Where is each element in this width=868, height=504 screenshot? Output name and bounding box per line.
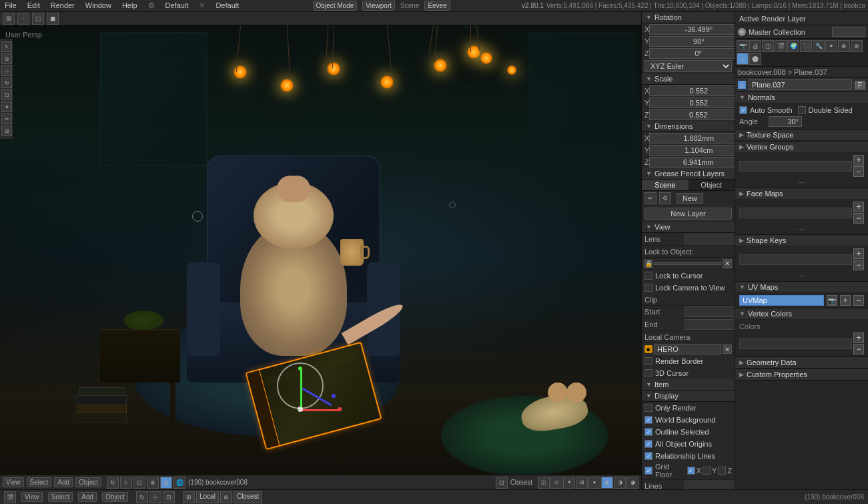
tool-select[interactable]: ↖ xyxy=(1,41,12,52)
outline-cb[interactable] xyxy=(644,428,653,436)
prop-viewlayer-icon[interactable]: ◫ xyxy=(762,40,774,52)
sk-remove-btn[interactable]: − xyxy=(853,260,864,270)
grid-y-cb[interactable] xyxy=(703,467,711,475)
add-menu[interactable]: Add xyxy=(54,477,73,487)
workspace-label[interactable]: Default xyxy=(163,1,191,10)
snap-icon[interactable]: ⊡ xyxy=(496,477,508,489)
sk-add-btn[interactable]: + xyxy=(853,248,864,259)
engine-selector[interactable]: Eevee xyxy=(424,1,450,11)
prop-render-icon[interactable]: 📷 xyxy=(737,40,749,52)
tab-object[interactable]: Object xyxy=(689,180,735,190)
scale-bottom[interactable]: ⊡ xyxy=(163,491,175,503)
relationship-cb[interactable] xyxy=(644,452,653,460)
prop-world-icon[interactable]: 🌍 xyxy=(787,40,799,52)
rotate-bottom[interactable]: ↻ xyxy=(136,491,148,503)
vg-remove-btn[interactable]: − xyxy=(853,166,864,177)
scene-label[interactable]: Default xyxy=(213,1,241,10)
shade-solid[interactable]: ● xyxy=(588,477,600,489)
scale-x-input[interactable] xyxy=(649,85,735,96)
lock-obj-clear[interactable]: ✕ xyxy=(723,259,732,268)
rotation-section[interactable]: Rotation xyxy=(642,12,735,23)
tool-transform[interactable]: ✦ xyxy=(1,101,12,112)
view-selector[interactable]: Viewport xyxy=(362,1,395,11)
rot-y-input[interactable] xyxy=(649,36,735,47)
select-mode-vert[interactable]: · xyxy=(17,13,29,25)
grid-floor-cb[interactable] xyxy=(644,467,653,475)
tool-rotate[interactable]: ↻ xyxy=(1,77,12,88)
select-bottom[interactable]: Select xyxy=(48,492,73,502)
mode-selector[interactable]: Object Mode xyxy=(313,1,358,11)
fm-add-btn[interactable]: + xyxy=(853,202,864,212)
dim-x-input[interactable] xyxy=(649,133,735,144)
icon-rotate[interactable]: ↻ xyxy=(107,477,119,489)
texture-space-header[interactable]: Texture Space xyxy=(735,130,868,141)
grid-bottom[interactable]: ⊞ xyxy=(183,491,195,503)
clip-start-input[interactable] xyxy=(685,306,735,317)
lines-input[interactable] xyxy=(685,481,735,489)
tool-annotate[interactable]: ✏ xyxy=(1,113,12,124)
shade-eevee[interactable]: ◕ xyxy=(626,477,638,489)
display-section[interactable]: Display xyxy=(642,391,735,402)
menu-bar[interactable]: File Edit Render Window Help ⚙ Default ✕… xyxy=(3,1,241,10)
lens-input[interactable] xyxy=(685,234,735,244)
prop-material-icon[interactable]: ⬤ xyxy=(749,53,761,65)
fm-remove-btn[interactable]: − xyxy=(853,213,864,224)
viewport-content[interactable]: User Persp ↖ ⊕ ⊹ ↻ ⊡ ✦ ✏ ⊞ View Select A… xyxy=(0,25,641,489)
uvmap-field[interactable]: UVMap xyxy=(739,295,824,306)
vg-add-btn[interactable]: + xyxy=(853,155,864,166)
geometry-data-header[interactable]: Geometry Data xyxy=(735,357,868,368)
grease-pencil-icon[interactable]: ✏ xyxy=(644,192,657,204)
prop-particles-icon[interactable]: ✦ xyxy=(825,40,837,52)
grease-settings-icon[interactable]: ⚙ xyxy=(659,192,671,204)
collection-view-input[interactable] xyxy=(832,27,865,37)
vertex-colors-header[interactable]: Vertex Colors xyxy=(735,308,868,320)
view-icon[interactable]: ⊞ xyxy=(576,477,588,489)
view-section[interactable]: View xyxy=(642,222,735,233)
prop-output-icon[interactable]: 🖨 xyxy=(749,40,761,52)
hero-clear[interactable]: ✕ xyxy=(723,344,732,354)
lock-camera-cb[interactable] xyxy=(644,284,653,292)
prop-object-icon[interactable]: ⬛ xyxy=(800,40,812,52)
vertex-groups-header[interactable]: Vertex Groups xyxy=(735,142,868,153)
cursor-3d-cb[interactable] xyxy=(644,369,653,377)
plane-name-input[interactable] xyxy=(749,79,852,90)
tab-scene[interactable]: Scene xyxy=(642,180,689,190)
tool-measure[interactable]: ⊞ xyxy=(1,125,12,136)
dim-z-input[interactable] xyxy=(649,157,735,168)
shape-keys-header[interactable]: Shape Keys xyxy=(735,235,868,246)
select-mode-edge[interactable]: ◻ xyxy=(32,13,44,25)
origins-cb[interactable] xyxy=(644,440,653,448)
tool-scale[interactable]: ⊡ xyxy=(1,89,12,100)
double-sided-cb[interactable] xyxy=(798,106,806,114)
prop-data-icon[interactable]: △ xyxy=(737,53,749,65)
xray-icon[interactable]: ◫ xyxy=(538,477,550,489)
gizmo-icon[interactable]: ✦ xyxy=(563,477,575,489)
menu-render[interactable]: Render xyxy=(49,1,77,10)
menu-file[interactable]: File xyxy=(3,1,19,10)
closest-bottom[interactable]: ⊕ xyxy=(220,491,232,503)
uvmap-camera-btn[interactable]: 📷 xyxy=(827,295,837,306)
scale-section[interactable]: Scale xyxy=(642,73,735,85)
shade-rendered[interactable]: ◑ xyxy=(614,477,626,489)
middle-scroll[interactable]: Rotation X 🔒 Y 🔒 Z 🔒 XYZ Euler xyxy=(642,12,735,489)
uvmap-add-btn[interactable]: + xyxy=(840,295,851,306)
icon-move2[interactable]: ⊹ xyxy=(120,477,132,489)
dim-y-input[interactable] xyxy=(649,145,735,156)
object-bottom[interactable]: Object xyxy=(102,492,128,502)
rot-mode-select[interactable]: XYZ Euler xyxy=(644,60,732,72)
workspace-close[interactable]: ✕ xyxy=(197,1,207,10)
tool-cursor[interactable]: ⊕ xyxy=(1,53,12,64)
normals-header[interactable]: Normals xyxy=(735,92,868,103)
render-border-cb[interactable] xyxy=(644,357,653,365)
face-maps-header[interactable]: Face Maps xyxy=(735,188,868,200)
tool-move[interactable]: ⊹ xyxy=(1,65,12,76)
vc-remove-btn[interactable]: − xyxy=(853,344,864,354)
grid-z-cb[interactable] xyxy=(718,467,726,475)
hero-select[interactable]: HERO xyxy=(654,344,721,354)
angle-input[interactable] xyxy=(769,116,802,127)
uv-maps-header[interactable]: UV Maps xyxy=(735,282,868,293)
add-bottom[interactable]: Add xyxy=(78,492,97,502)
world-bg-cb[interactable] xyxy=(644,416,653,424)
lock-cursor-cb[interactable] xyxy=(644,272,653,280)
select-menu[interactable]: Select xyxy=(27,477,52,487)
